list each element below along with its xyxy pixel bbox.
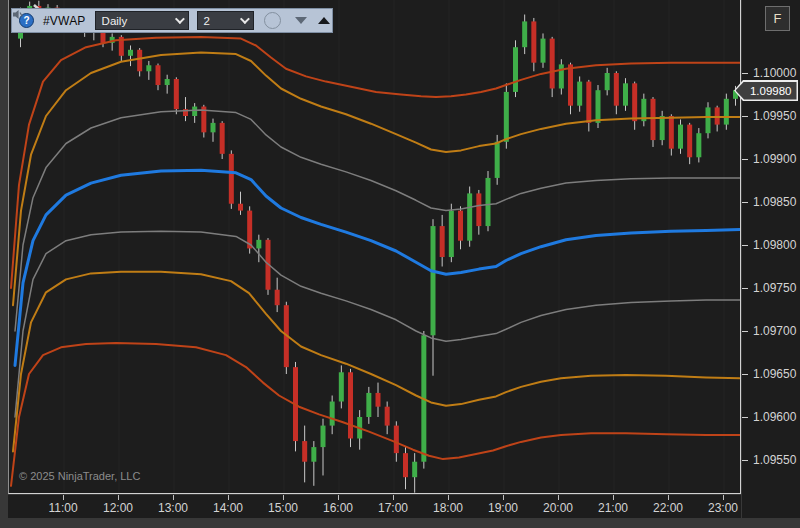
time-tick <box>503 495 504 500</box>
price-tick-label: 1.09800 <box>753 238 796 252</box>
price-tick-label: 1.09900 <box>753 152 796 166</box>
expand-up-icon[interactable] <box>318 17 330 24</box>
time-tick <box>448 495 449 500</box>
price-tick-label: 1.09750 <box>753 281 796 295</box>
price-axis[interactable]: 1.09980 1.100001.099501.099001.098501.09… <box>742 0 800 518</box>
time-tick-label: 13:00 <box>158 501 188 515</box>
price-tick-label: 1.09700 <box>753 324 796 338</box>
chevron-down-icon <box>240 14 250 24</box>
price-tick <box>742 202 748 203</box>
chart-window: ? #VWAP Daily 2 © 2025 NinjaT <box>0 0 800 528</box>
time-tick <box>283 495 284 500</box>
time-tick-label: 18:00 <box>433 501 463 515</box>
price-tick-label: 1.10000 <box>753 66 796 80</box>
time-tick-label: 16:00 <box>323 501 353 515</box>
time-tick-label: 11:00 <box>48 501 77 515</box>
last-price-marker: 1.09980 <box>734 80 798 101</box>
time-tick <box>173 495 174 500</box>
time-tick <box>558 495 559 500</box>
time-tick-label: 15:00 <box>268 501 298 515</box>
time-tick <box>338 495 339 500</box>
time-tick-label: 12:00 <box>103 501 133 515</box>
price-tick <box>742 460 748 461</box>
time-tick <box>723 495 724 500</box>
candlestick-chart <box>9 0 740 493</box>
price-tick <box>742 417 748 418</box>
price-tick <box>742 288 748 289</box>
time-tick-label: 20:00 <box>543 501 573 515</box>
indicator-label: #VWAP <box>43 14 86 28</box>
time-tick <box>393 495 394 500</box>
time-tick <box>63 495 64 500</box>
price-tick <box>742 116 748 117</box>
price-tick <box>742 159 748 160</box>
time-tick-label: 21:00 <box>598 501 628 515</box>
price-tick-label: 1.09950 <box>753 109 796 123</box>
time-tick-label: 17:00 <box>378 501 408 515</box>
price-tick <box>742 245 748 246</box>
collapse-down-icon[interactable] <box>295 17 307 24</box>
price-tick-label: 1.09850 <box>753 195 796 209</box>
speaker-muted-icon[interactable] <box>264 12 281 29</box>
interval-dropdown[interactable]: Daily <box>95 11 189 30</box>
time-tick <box>668 495 669 500</box>
fullscreen-button[interactable]: F <box>765 6 790 31</box>
time-tick-label: 23:00 <box>708 501 738 515</box>
price-tick <box>742 331 748 332</box>
price-tick <box>742 374 748 375</box>
copyright-notice: © 2025 NinjaTrader, LLC <box>19 470 140 482</box>
price-tick-label: 1.09550 <box>753 453 796 467</box>
chevron-down-icon <box>175 14 185 24</box>
time-tick <box>228 495 229 500</box>
time-tick <box>613 495 614 500</box>
parameter-value: 2 <box>204 15 210 27</box>
interval-value: Daily <box>102 15 128 27</box>
indicator-toolbar: ? #VWAP Daily 2 <box>11 8 333 33</box>
time-tick <box>118 495 119 500</box>
price-tick-label: 1.09650 <box>753 367 796 381</box>
last-price-value: 1.09980 <box>750 85 792 97</box>
price-chart-plot[interactable]: ? #VWAP Daily 2 © 2025 NinjaT <box>8 0 741 494</box>
time-tick-label: 14:00 <box>213 501 243 515</box>
parameter-dropdown[interactable]: 2 <box>197 11 254 30</box>
price-tick-label: 1.09600 <box>753 410 796 424</box>
price-tick <box>742 73 748 74</box>
time-tick-label: 22:00 <box>653 501 683 515</box>
time-axis[interactable]: 11:0012:0013:0014:0015:0016:0017:0018:00… <box>8 495 741 518</box>
time-tick-label: 19:00 <box>488 501 518 515</box>
